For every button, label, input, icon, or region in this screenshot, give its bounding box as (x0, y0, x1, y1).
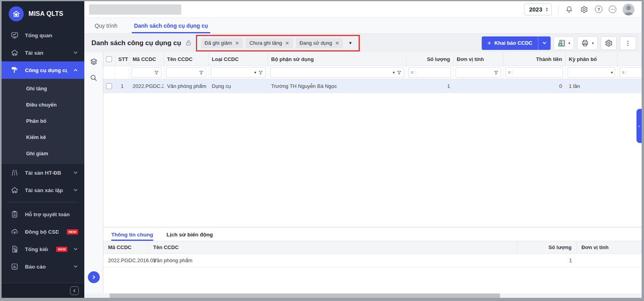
grid-settings-button[interactable] (601, 36, 617, 50)
filter-input-thanh-tien[interactable] (515, 68, 561, 77)
filter-select-loai-ccdc[interactable] (213, 68, 252, 77)
filter-chip-dang-su-dung[interactable]: Đang sử dụng ✕ (296, 38, 343, 48)
equals-operator[interactable]: = (411, 70, 416, 75)
filter-input-so-luong[interactable] (418, 68, 449, 77)
cloud-sync-icon (10, 227, 19, 236)
detail-col-ma-ccdc[interactable]: Mã CCDC (103, 241, 148, 253)
submenu-item-ghi-tang[interactable]: Ghi tăng (2, 80, 84, 97)
more-options-icon[interactable]: ⋯ (609, 6, 616, 13)
funnel-icon[interactable] (494, 70, 499, 75)
col-header-don-vi-tinh[interactable]: Đơn vị tính (454, 52, 503, 66)
sidebar-item-label: Hỗ trợ quyết toán (25, 211, 78, 217)
settings-gear-icon[interactable] (580, 5, 589, 14)
bar-chart-icon (10, 262, 19, 271)
sidebar-item-label: Tổng kiểm kê (25, 246, 48, 252)
year-stepper-arrows[interactable]: ▲▼ (545, 7, 548, 12)
right-panel-toggle[interactable]: ‹ (636, 109, 642, 143)
col-header-thanh-tien[interactable]: Thành tiền (503, 52, 566, 66)
export-excel-button[interactable]: ▾ (554, 36, 574, 50)
detail-col-don-vi-tinh[interactable]: Đơn vị tính (577, 241, 642, 253)
filter-chip-da-ghi-giam[interactable]: Đã ghi giảm ✕ (201, 38, 243, 48)
more-actions-button[interactable]: ⋮ (620, 36, 636, 50)
excel-dropdown-caret[interactable]: ▾ (568, 41, 570, 45)
dropdown-caret-icon[interactable]: ▾ (611, 70, 613, 74)
cell-thanh-tien: 0 (503, 79, 566, 93)
col-header-loai-ccdc[interactable]: Loại CCDC (209, 52, 268, 66)
col-header-so-luong[interactable]: Số lượng (407, 52, 454, 66)
filter-input-extra[interactable] (629, 68, 644, 77)
year-stepper[interactable]: 2023 ▲▼ (524, 4, 552, 15)
print-button[interactable]: ▾ (577, 36, 598, 50)
select-all-checkbox[interactable] (106, 56, 112, 62)
unlock-icon[interactable] (185, 40, 192, 46)
sidebar-item-tai-san-xac-lap[interactable]: Tài sản xác lập (2, 181, 84, 199)
col-header-stt[interactable]: STT (115, 52, 129, 66)
scrollbar-thumb[interactable] (110, 293, 500, 298)
khai-bao-ccdc-button[interactable]: + Khai báo CCDC (482, 36, 551, 50)
chip-close-icon[interactable]: ✕ (335, 40, 339, 46)
layers-icon[interactable] (89, 57, 99, 67)
filter-chip-chua-ghi-tang[interactable]: Chưa ghi tăng ✕ (246, 38, 293, 48)
cell-so-luong: 1 (407, 79, 454, 93)
funnel-icon[interactable] (397, 70, 402, 75)
dropdown-caret-icon[interactable]: ▾ (393, 70, 395, 74)
submenu-item-phan-bo[interactable]: Phân bổ (2, 113, 84, 129)
filter-input-ma-ccdc[interactable] (134, 68, 152, 77)
dashboard-icon (10, 31, 19, 40)
detail-col-ten-ccdc[interactable]: Tên CCDC (148, 241, 517, 253)
funnel-icon[interactable] (199, 70, 204, 75)
plus-icon: + (487, 39, 491, 47)
col-header-ky-phan-bo[interactable]: Kỳ phân bổ (566, 52, 617, 66)
user-avatar[interactable] (623, 4, 635, 15)
filter-input-ten-ccdc[interactable] (168, 68, 197, 77)
col-header-ten-ccdc[interactable]: Tên CCDC (164, 52, 209, 66)
sidebar-divider (7, 202, 79, 202)
sidebar-item-bao-cao[interactable]: Báo cáo (2, 258, 84, 275)
sidebar-item-cong-cu-dung-cu[interactable]: Công cụ dụng cụ (2, 61, 84, 79)
detail-col-so-luong[interactable]: Số lượng (517, 241, 577, 253)
funnel-icon[interactable] (258, 70, 263, 75)
submenu-item-dieu-chuyen[interactable]: Điều chuyển (2, 97, 84, 113)
tab-quy-trinh[interactable]: Quy trình (95, 23, 118, 33)
expand-panel-button[interactable] (88, 271, 100, 283)
tab-thong-tin-chung[interactable]: Thông tin chung (111, 232, 153, 241)
tab-danh-sach-ccdc[interactable]: Danh sách công cụ dụng cụ (134, 23, 208, 33)
cell-stt: 1 (115, 79, 129, 93)
sidebar-item-label: Đồng bộ CSDL TSC (25, 229, 59, 235)
submenu-item-kiem-ke[interactable]: Kiểm kê (2, 129, 84, 145)
horizontal-scrollbar[interactable] (84, 293, 642, 298)
sidebar-item-ho-tro-quyet-toan[interactable]: Hỗ trợ quyết toán (2, 206, 84, 223)
chip-close-icon[interactable]: ✕ (285, 40, 289, 46)
dropdown-caret-icon[interactable]: ▾ (254, 70, 256, 74)
app-window: MISA QLTS Tổng quan Tài sản Công cụ dụng… (0, 0, 644, 301)
filter-input-don-vi-tinh[interactable] (458, 68, 492, 77)
col-header-bo-phan[interactable]: Bộ phận sử dụng (268, 52, 407, 66)
filter-select-bo-phan[interactable] (272, 68, 391, 77)
filter-select-ky-phan-bo[interactable] (570, 68, 609, 77)
notification-bell-icon[interactable] (565, 5, 574, 14)
sidebar-item-tong-quan[interactable]: Tổng quan (2, 27, 84, 44)
help-icon[interactable]: ? (595, 6, 602, 13)
equals-operator[interactable]: = (508, 70, 513, 75)
filter-dropdown-caret[interactable]: ▼ (346, 41, 355, 45)
chip-close-icon[interactable]: ✕ (235, 40, 239, 46)
sidebar-collapse-button[interactable] (70, 286, 79, 295)
print-dropdown-caret[interactable]: ▾ (592, 41, 594, 45)
sidebar-item-dong-bo-csdl-tsc[interactable]: Đồng bộ CSDL TSC NEW (2, 223, 84, 240)
brand[interactable]: MISA QLTS (2, 1, 84, 27)
chevron-down-icon (73, 188, 78, 192)
col-header-ma-ccdc[interactable]: Mã CCDC (129, 52, 164, 66)
sidebar-item-tong-kiem-ke[interactable]: Tổng kiểm kê NEW (2, 240, 84, 258)
equals-operator[interactable]: = (622, 70, 627, 75)
funnel-icon[interactable] (154, 70, 159, 75)
sidebar-item-tai-san-ht-db[interactable]: Tài sản HT-ĐB (2, 164, 84, 181)
primary-button-caret[interactable] (538, 41, 551, 45)
submenu-item-ghi-giam[interactable]: Ghi giảm (2, 145, 84, 162)
row-checkbox[interactable] (106, 83, 112, 89)
detail-row[interactable]: 2022.PGDC.2016.02 Văn phòng phẩm 1 (103, 254, 642, 267)
sidebar-item-tai-san[interactable]: Tài sản (2, 44, 84, 61)
topbar: 2023 ▲▼ ? ⋯ (84, 1, 642, 18)
search-icon[interactable] (89, 73, 99, 82)
tab-lich-su-bien-dong[interactable]: Lịch sử biến động (167, 232, 213, 241)
table-row[interactable]: 1 2022.PGDC.2016... Văn phòng phẩm Dụng … (103, 79, 642, 93)
